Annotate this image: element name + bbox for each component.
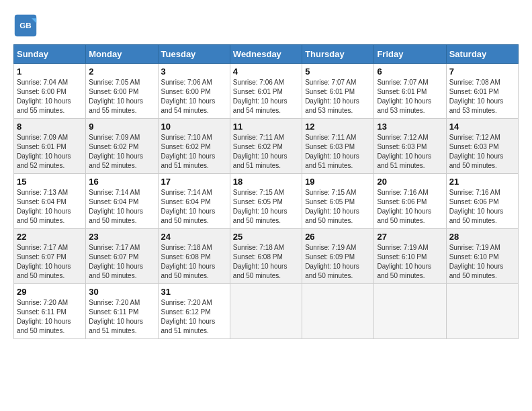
- calendar-cell: 2Sunrise: 7:05 AM Sunset: 6:00 PM Daylig…: [86, 64, 158, 119]
- day-number: 27: [377, 232, 443, 242]
- day-number: 3: [161, 66, 227, 77]
- calendar-cell: 7Sunrise: 7:08 AM Sunset: 6:01 PM Daylig…: [446, 64, 518, 119]
- day-number: 6: [377, 66, 443, 77]
- calendar-cell: 9Sunrise: 7:09 AM Sunset: 6:02 PM Daylig…: [86, 119, 158, 174]
- calendar-cell: 4Sunrise: 7:06 AM Sunset: 6:01 PM Daylig…: [230, 64, 302, 119]
- calendar-cell: [446, 284, 518, 339]
- calendar-cell: 24Sunrise: 7:18 AM Sunset: 6:08 PM Dayli…: [158, 229, 230, 284]
- day-number: 16: [89, 177, 154, 187]
- calendar-cell: 15Sunrise: 7:13 AM Sunset: 6:04 PM Dayli…: [14, 174, 86, 229]
- day-number: 19: [305, 177, 371, 187]
- day-header-monday: Monday: [86, 45, 158, 64]
- day-number: 22: [17, 232, 83, 242]
- day-info: Sunrise: 7:17 AM Sunset: 6:07 PM Dayligh…: [89, 243, 154, 281]
- calendar-week-2: 8Sunrise: 7:09 AM Sunset: 6:01 PM Daylig…: [14, 119, 519, 174]
- day-number: 31: [161, 287, 227, 297]
- calendar-cell: [302, 284, 374, 339]
- day-info: Sunrise: 7:16 AM Sunset: 6:06 PM Dayligh…: [449, 188, 515, 226]
- day-info: Sunrise: 7:07 AM Sunset: 6:01 PM Dayligh…: [305, 78, 371, 116]
- day-number: 5: [305, 66, 371, 77]
- day-header-saturday: Saturday: [446, 45, 518, 64]
- calendar-cell: 10Sunrise: 7:10 AM Sunset: 6:02 PM Dayli…: [158, 119, 230, 174]
- calendar-cell: 26Sunrise: 7:19 AM Sunset: 6:09 PM Dayli…: [302, 229, 374, 284]
- day-info: Sunrise: 7:09 AM Sunset: 6:01 PM Dayligh…: [17, 133, 83, 171]
- calendar-cell: 31Sunrise: 7:20 AM Sunset: 6:12 PM Dayli…: [158, 284, 230, 339]
- calendar-cell: 11Sunrise: 7:11 AM Sunset: 6:02 PM Dayli…: [230, 119, 302, 174]
- calendar-cell: 23Sunrise: 7:17 AM Sunset: 6:07 PM Dayli…: [86, 229, 158, 284]
- day-info: Sunrise: 7:16 AM Sunset: 6:06 PM Dayligh…: [377, 188, 443, 226]
- day-info: Sunrise: 7:12 AM Sunset: 6:03 PM Dayligh…: [377, 133, 443, 171]
- day-info: Sunrise: 7:18 AM Sunset: 6:08 PM Dayligh…: [233, 243, 299, 281]
- day-number: 8: [17, 122, 83, 132]
- day-info: Sunrise: 7:06 AM Sunset: 6:01 PM Dayligh…: [233, 78, 299, 116]
- calendar-cell: 18Sunrise: 7:15 AM Sunset: 6:05 PM Dayli…: [230, 174, 302, 229]
- day-info: Sunrise: 7:10 AM Sunset: 6:02 PM Dayligh…: [161, 133, 227, 171]
- day-info: Sunrise: 7:15 AM Sunset: 6:05 PM Dayligh…: [305, 188, 371, 226]
- day-number: 11: [233, 122, 299, 132]
- day-info: Sunrise: 7:19 AM Sunset: 6:09 PM Dayligh…: [305, 243, 371, 281]
- calendar-cell: 21Sunrise: 7:16 AM Sunset: 6:06 PM Dayli…: [446, 174, 518, 229]
- calendar-week-5: 29Sunrise: 7:20 AM Sunset: 6:11 PM Dayli…: [14, 284, 519, 339]
- day-number: 21: [449, 177, 515, 187]
- calendar-cell: [374, 284, 446, 339]
- day-number: 2: [89, 66, 154, 77]
- logo: GB: [13, 13, 40, 38]
- day-number: 23: [89, 232, 154, 242]
- day-number: 4: [233, 66, 299, 77]
- calendar-cell: 20Sunrise: 7:16 AM Sunset: 6:06 PM Dayli…: [374, 174, 446, 229]
- day-number: 10: [161, 122, 227, 132]
- day-number: 17: [161, 177, 227, 187]
- calendar-cell: 19Sunrise: 7:15 AM Sunset: 6:05 PM Dayli…: [302, 174, 374, 229]
- day-info: Sunrise: 7:13 AM Sunset: 6:04 PM Dayligh…: [17, 188, 83, 226]
- day-info: Sunrise: 7:11 AM Sunset: 6:02 PM Dayligh…: [233, 133, 299, 171]
- day-number: 30: [89, 287, 154, 297]
- calendar-cell: 8Sunrise: 7:09 AM Sunset: 6:01 PM Daylig…: [14, 119, 86, 174]
- calendar-header-row: SundayMondayTuesdayWednesdayThursdayFrid…: [14, 45, 519, 64]
- day-info: Sunrise: 7:18 AM Sunset: 6:08 PM Dayligh…: [161, 243, 227, 281]
- header: GB: [13, 13, 519, 38]
- day-number: 14: [449, 122, 515, 132]
- calendar-week-4: 22Sunrise: 7:17 AM Sunset: 6:07 PM Dayli…: [14, 229, 519, 284]
- day-header-tuesday: Tuesday: [158, 45, 230, 64]
- day-number: 7: [449, 66, 515, 77]
- svg-text:GB: GB: [19, 21, 32, 30]
- day-info: Sunrise: 7:09 AM Sunset: 6:02 PM Dayligh…: [89, 133, 154, 171]
- day-header-thursday: Thursday: [302, 45, 374, 64]
- day-info: Sunrise: 7:11 AM Sunset: 6:03 PM Dayligh…: [305, 133, 371, 171]
- day-number: 12: [305, 122, 371, 132]
- day-info: Sunrise: 7:19 AM Sunset: 6:10 PM Dayligh…: [377, 243, 443, 281]
- calendar-cell: 3Sunrise: 7:06 AM Sunset: 6:00 PM Daylig…: [158, 64, 230, 119]
- day-number: 26: [305, 232, 371, 242]
- day-header-friday: Friday: [374, 45, 446, 64]
- day-info: Sunrise: 7:08 AM Sunset: 6:01 PM Dayligh…: [449, 78, 515, 116]
- day-info: Sunrise: 7:12 AM Sunset: 6:03 PM Dayligh…: [449, 133, 515, 171]
- day-number: 9: [89, 122, 154, 132]
- calendar-cell: 25Sunrise: 7:18 AM Sunset: 6:08 PM Dayli…: [230, 229, 302, 284]
- calendar-cell: 1Sunrise: 7:04 AM Sunset: 6:00 PM Daylig…: [14, 64, 86, 119]
- calendar-cell: [230, 284, 302, 339]
- day-number: 25: [233, 232, 299, 242]
- day-number: 20: [377, 177, 443, 187]
- day-number: 29: [17, 287, 83, 297]
- day-info: Sunrise: 7:17 AM Sunset: 6:07 PM Dayligh…: [17, 243, 83, 281]
- day-number: 24: [161, 232, 227, 242]
- calendar-cell: 16Sunrise: 7:14 AM Sunset: 6:04 PM Dayli…: [86, 174, 158, 229]
- day-info: Sunrise: 7:19 AM Sunset: 6:10 PM Dayligh…: [449, 243, 515, 281]
- day-info: Sunrise: 7:20 AM Sunset: 6:11 PM Dayligh…: [89, 298, 154, 336]
- day-info: Sunrise: 7:14 AM Sunset: 6:04 PM Dayligh…: [89, 188, 154, 226]
- calendar-cell: 22Sunrise: 7:17 AM Sunset: 6:07 PM Dayli…: [14, 229, 86, 284]
- calendar-cell: 6Sunrise: 7:07 AM Sunset: 6:01 PM Daylig…: [374, 64, 446, 119]
- day-header-wednesday: Wednesday: [230, 45, 302, 64]
- calendar-week-1: 1Sunrise: 7:04 AM Sunset: 6:00 PM Daylig…: [14, 64, 519, 119]
- day-number: 15: [17, 177, 83, 187]
- logo-icon: GB: [13, 13, 38, 38]
- day-info: Sunrise: 7:14 AM Sunset: 6:04 PM Dayligh…: [161, 188, 227, 226]
- day-number: 18: [233, 177, 299, 187]
- calendar-cell: 13Sunrise: 7:12 AM Sunset: 6:03 PM Dayli…: [374, 119, 446, 174]
- day-number: 1: [17, 66, 83, 77]
- calendar-cell: 30Sunrise: 7:20 AM Sunset: 6:11 PM Dayli…: [86, 284, 158, 339]
- day-number: 28: [449, 232, 515, 242]
- day-info: Sunrise: 7:20 AM Sunset: 6:12 PM Dayligh…: [161, 298, 227, 336]
- calendar-week-3: 15Sunrise: 7:13 AM Sunset: 6:04 PM Dayli…: [14, 174, 519, 229]
- day-info: Sunrise: 7:06 AM Sunset: 6:00 PM Dayligh…: [161, 78, 227, 116]
